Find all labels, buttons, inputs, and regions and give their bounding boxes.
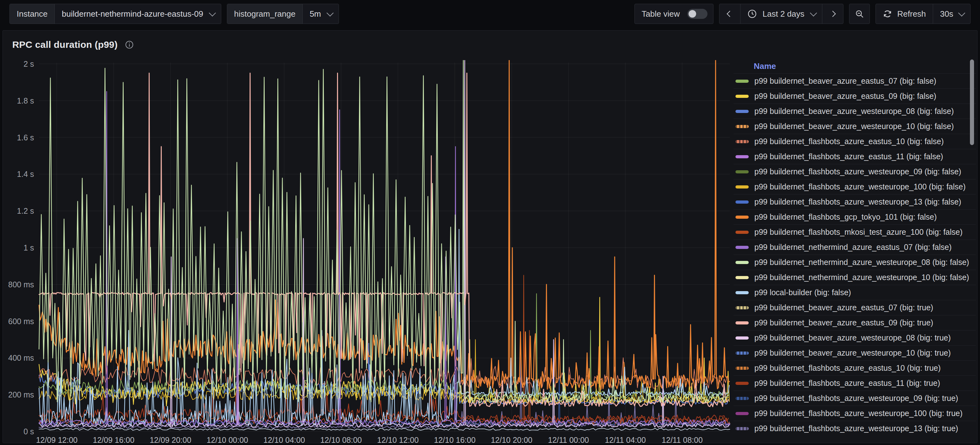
x-axis-tick-label: 12/11 04:00 [605, 435, 646, 443]
series-color-marker [735, 170, 749, 173]
series-color-marker [735, 246, 749, 249]
legend-item[interactable]: p99 buildernet_nethermind_azure_westeuro… [733, 254, 976, 270]
legend-item-label: p99 local-builder (big: false) [754, 288, 851, 297]
legend-item-label: p99 buildernet_flashbots_azure_westeurop… [754, 394, 958, 403]
series-line [39, 59, 730, 389]
x-axis-tick-label: 12/09 12:00 [36, 435, 77, 443]
legend-item-label: p99 buildernet_beaver_azure_eastus_07 (b… [754, 303, 933, 312]
x-axis-tick-label: 12/11 00:00 [548, 435, 589, 443]
histogram-range-value: 5m [310, 9, 321, 19]
legend-item[interactable]: p99 buildernet_flashbots_azure_westeurop… [733, 406, 976, 421]
series-color-marker [735, 110, 749, 113]
series-color-marker [735, 351, 749, 355]
legend-scrollbar[interactable] [970, 59, 974, 145]
series-color-marker [735, 382, 749, 385]
legend-item[interactable]: p99 buildernet_beaver_azure_eastus_09 (b… [733, 315, 976, 330]
legend-item-label: p99 buildernet_beaver_azure_eastus_09 (b… [754, 92, 936, 101]
refresh-interval-select[interactable]: 30s [933, 4, 970, 24]
legend-rows: p99 buildernet_beaver_azure_eastus_07 (b… [733, 73, 976, 436]
series-color-marker [735, 306, 749, 309]
timeseries-chart[interactable]: 0 s200 ms400 ms600 ms800 ms1 s1.2 s1.4 s… [3, 59, 736, 443]
table-view-group: Table view [635, 4, 713, 24]
info-icon[interactable] [125, 40, 134, 49]
refresh-label: Refresh [897, 9, 926, 19]
legend-item[interactable]: p99 buildernet_beaver_azure_westeurope_0… [733, 103, 976, 119]
legend-item[interactable]: p99 buildernet_flashbots_azure_westeurop… [733, 179, 976, 194]
y-axis-tick-label: 600 ms [8, 317, 34, 326]
legend-item[interactable]: p99 buildernet_flashbots_gcp_tokyo_101 (… [733, 209, 976, 224]
x-axis-tick-label: 12/10 12:00 [377, 435, 418, 443]
series-color-marker [735, 155, 749, 158]
x-axis-tick-label: 12/10 08:00 [320, 435, 362, 443]
legend-item-label: p99 buildernet_beaver_azure_westeurope_1… [754, 122, 954, 131]
legend-item-label: p99 buildernet_flashbots_gcp_tokyo_101 (… [754, 213, 937, 222]
time-shift-forward-button[interactable] [822, 4, 843, 24]
legend-item[interactable]: p99 local-builder (big: false) [733, 285, 976, 300]
legend-item-label: p99 buildernet_flashbots_azure_westeurop… [754, 167, 961, 176]
legend-item[interactable]: p99 buildernet_flashbots_azure_westeurop… [733, 391, 976, 406]
legend-item-label: p99 buildernet_beaver_azure_eastus_07 (b… [754, 76, 936, 86]
histogram-range-label: histogram_range [227, 4, 303, 24]
series-color-marker [735, 261, 749, 264]
zoom-out-button[interactable] [850, 4, 870, 24]
time-range-picker[interactable]: Last 2 days [740, 4, 822, 24]
series-color-marker [735, 397, 749, 400]
series-color-marker [735, 412, 749, 415]
legend-item[interactable]: p99 buildernet_flashbots_azure_eastus_11… [733, 149, 976, 164]
legend-item-label: p99 buildernet_flashbots_azure_eastus_10… [754, 137, 944, 146]
legend-item[interactable]: p99 buildernet_flashbots_azure_eastus_11… [733, 375, 976, 391]
y-axis-tick-label: 0 s [24, 427, 34, 436]
legend-item-label: p99 buildernet_nethermind_azure_westeuro… [754, 258, 969, 267]
table-view-toggle[interactable] [687, 9, 708, 19]
legend-item[interactable]: p99 buildernet_beaver_azure_eastus_07 (b… [733, 73, 976, 89]
legend-item-label: p99 buildernet_beaver_azure_westeurope_1… [754, 348, 951, 358]
x-axis-tick-label: 12/09 16:00 [93, 435, 134, 443]
series-color-marker [735, 95, 749, 98]
legend-item[interactable]: p99 buildernet_beaver_azure_eastus_07 (b… [733, 300, 976, 315]
legend-item-label: p99 buildernet_flashbots_mkosi_test_azur… [754, 227, 963, 237]
legend-item[interactable]: p99 buildernet_beaver_azure_westeurope_1… [733, 345, 976, 360]
instance-variable: Instance buildernet-nethermind-azure-eas… [10, 4, 221, 24]
legend-item[interactable]: p99 buildernet_flashbots_azure_eastus_10… [733, 360, 976, 375]
legend-item-label: p99 buildernet_flashbots_azure_westeurop… [754, 409, 963, 418]
legend-item[interactable]: p99 buildernet_beaver_azure_westeurope_0… [733, 330, 976, 345]
legend-item[interactable]: p99 buildernet_flashbots_azure_westeurop… [733, 164, 976, 179]
time-shift-back-button[interactable] [719, 4, 740, 24]
refresh-group: Refresh 30s [875, 4, 970, 24]
table-view-label: Table view [635, 4, 682, 24]
x-axis-tick-label: 12/10 20:00 [491, 435, 533, 443]
x-axis-tick-label: 12/10 16:00 [434, 435, 476, 443]
legend-item[interactable]: p99 buildernet_flashbots_azure_westeurop… [733, 421, 976, 436]
legend-item[interactable]: p99 buildernet_beaver_azure_eastus_09 (b… [733, 89, 976, 103]
chevron-left-icon [727, 11, 733, 17]
legend-item-label: p99 buildernet_flashbots_azure_eastus_11… [754, 152, 943, 161]
legend-item[interactable]: p99 buildernet_nethermind_azure_westeuro… [733, 270, 976, 285]
y-axis-tick-label: 1.2 s [17, 207, 34, 215]
x-axis-tick-label: 12/09 20:00 [150, 435, 191, 443]
legend-item-label: p99 buildernet_flashbots_azure_westeurop… [754, 424, 958, 433]
chevron-down-icon [327, 10, 334, 17]
legend-header: Name [733, 59, 976, 73]
panel-title: RPC call duration (p99) [12, 39, 118, 50]
refresh-button[interactable]: Refresh [876, 4, 933, 24]
y-axis-tick-label: 1.6 s [17, 133, 34, 142]
series-color-marker [735, 337, 749, 340]
chevron-down-icon [810, 10, 817, 17]
zoom-out-group [849, 4, 870, 24]
legend-item[interactable]: p99 buildernet_flashbots_azure_westeurop… [733, 194, 976, 209]
panel-header[interactable]: RPC call duration (p99) [3, 30, 977, 59]
histogram-range-select[interactable]: 5m [303, 4, 339, 24]
legend-item[interactable]: p99 buildernet_beaver_azure_westeurope_1… [733, 119, 976, 134]
instance-select[interactable]: buildernet-nethermind-azure-eastus-09 [55, 4, 221, 24]
x-axis-tick-label: 12/10 04:00 [263, 435, 305, 443]
series-color-marker [735, 140, 749, 143]
refresh-interval-value: 30s [940, 9, 953, 19]
series-color-marker [735, 79, 749, 83]
toggle-knob [689, 10, 696, 17]
legend-item-label: p99 buildernet_flashbots_azure_eastus_10… [754, 364, 941, 373]
clock-icon [748, 9, 757, 19]
legend-item-label: p99 buildernet_nethermind_azure_eastus_0… [754, 243, 952, 252]
legend-item[interactable]: p99 buildernet_nethermind_azure_eastus_0… [733, 240, 976, 254]
legend-item[interactable]: p99 buildernet_flashbots_azure_eastus_10… [733, 134, 976, 149]
legend-item[interactable]: p99 buildernet_flashbots_mkosi_test_azur… [733, 224, 976, 240]
